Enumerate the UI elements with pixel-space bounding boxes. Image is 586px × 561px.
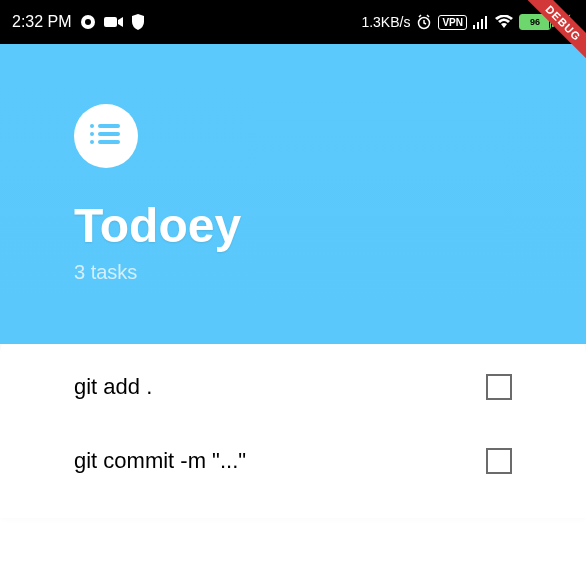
alarm-icon (416, 14, 432, 30)
battery-percent: 96 (530, 17, 540, 27)
status-left: 2:32 PM (12, 13, 144, 31)
svg-rect-5 (477, 22, 479, 29)
signal-icon (473, 15, 489, 29)
status-time: 2:32 PM (12, 13, 72, 31)
svg-point-1 (85, 19, 91, 25)
wifi-icon (495, 15, 513, 29)
task-checkbox[interactable] (486, 448, 512, 474)
task-row[interactable]: git add . (0, 350, 586, 424)
svg-rect-7 (485, 16, 487, 29)
status-bar: 2:32 PM 1.3KB/s VPN 96 ⚡ (0, 0, 586, 44)
list-icon (90, 124, 122, 148)
menu-button[interactable] (74, 104, 138, 168)
svg-rect-4 (473, 25, 475, 29)
task-row[interactable]: git commit -m "..." (0, 424, 586, 498)
app-header: Todoey 3 tasks (0, 44, 586, 344)
shield-icon (132, 14, 144, 30)
task-checkbox[interactable] (486, 374, 512, 400)
svg-rect-6 (481, 19, 483, 29)
task-label: git add . (74, 374, 152, 400)
task-label: git commit -m "..." (74, 448, 246, 474)
video-icon (104, 15, 124, 29)
vpn-badge: VPN (438, 15, 467, 30)
charging-icon: ⚡ (557, 14, 574, 30)
battery-icon: 96 (519, 14, 551, 30)
browser-icon (80, 14, 96, 30)
network-speed: 1.3KB/s (361, 14, 410, 30)
task-list-panel: git add . git commit -m "..." (0, 330, 586, 518)
status-right: 1.3KB/s VPN 96 ⚡ (361, 14, 574, 30)
task-count: 3 tasks (74, 261, 512, 284)
svg-rect-2 (104, 17, 117, 27)
app-title: Todoey (74, 198, 512, 253)
